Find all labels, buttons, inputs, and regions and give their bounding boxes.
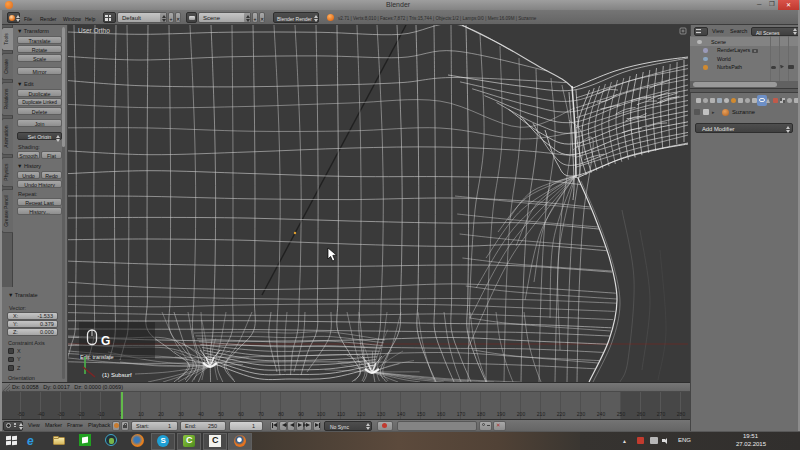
svg-text:(1) Subsurf: (1) Subsurf bbox=[102, 372, 132, 378]
svg-text:User Ortho: User Ortho bbox=[78, 27, 110, 34]
svg-text:G: G bbox=[101, 334, 110, 348]
